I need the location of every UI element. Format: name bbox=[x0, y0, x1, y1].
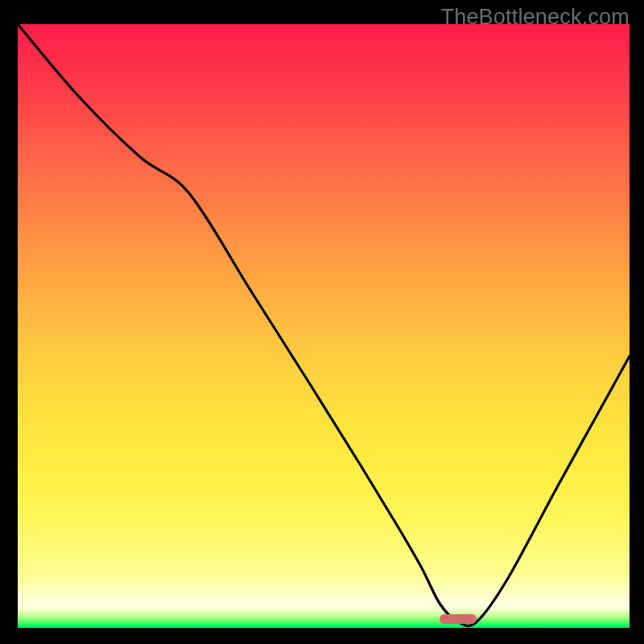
bottleneck-curve-path bbox=[18, 24, 630, 625]
chart-frame: TheBottleneck.com bbox=[0, 0, 644, 644]
curve-svg bbox=[18, 24, 630, 628]
plot-area bbox=[18, 24, 630, 628]
optimum-marker-pill bbox=[440, 614, 477, 624]
